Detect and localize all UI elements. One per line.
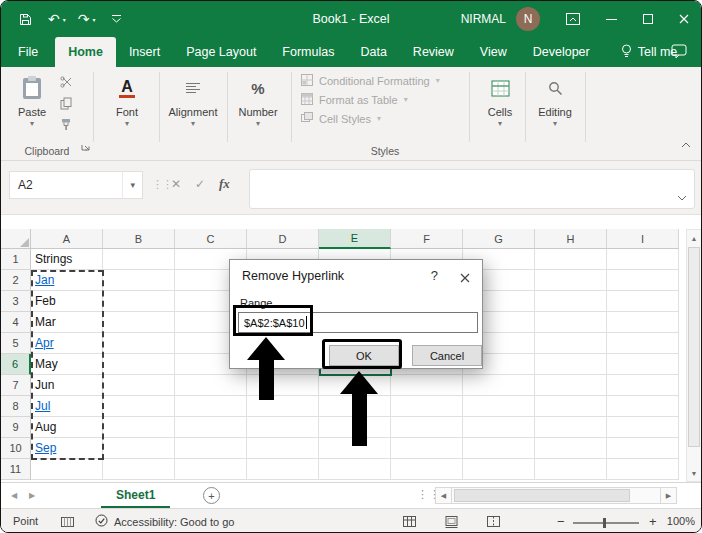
cell-A5[interactable]: Apr xyxy=(31,333,103,354)
cell-A7[interactable]: Jun xyxy=(31,375,103,396)
cell[interactable] xyxy=(535,270,607,291)
cell-A10[interactable]: Sep xyxy=(31,438,103,459)
cell[interactable] xyxy=(103,249,175,270)
macro-record-icon[interactable] xyxy=(61,517,74,529)
copy-icon[interactable] xyxy=(57,96,75,110)
column-header-G[interactable]: G xyxy=(463,229,535,249)
format-as-table-button[interactable]: Format as Table ▾ xyxy=(301,90,469,109)
cell[interactable] xyxy=(535,291,607,312)
tab-page-layout[interactable]: Page Layout xyxy=(173,37,269,67)
cell[interactable] xyxy=(463,417,535,438)
vertical-scrollbar-thumb[interactable] xyxy=(688,247,700,447)
row-header-10[interactable]: 10 xyxy=(1,438,31,459)
cell[interactable] xyxy=(175,438,247,459)
cell[interactable] xyxy=(391,438,463,459)
cell[interactable] xyxy=(463,375,535,396)
dialog-help-button[interactable]: ? xyxy=(431,268,438,283)
column-header-A[interactable]: A xyxy=(31,229,103,249)
cell-A11[interactable] xyxy=(31,459,103,480)
tell-me[interactable]: Tell me xyxy=(621,37,678,67)
format-painter-icon[interactable] xyxy=(57,117,75,131)
cell[interactable] xyxy=(535,375,607,396)
cell[interactable] xyxy=(103,333,175,354)
row-header-5[interactable]: 5 xyxy=(1,333,31,354)
cell[interactable] xyxy=(103,438,175,459)
tab-view[interactable]: View xyxy=(467,37,520,67)
cell[interactable] xyxy=(535,249,607,270)
cell[interactable] xyxy=(319,459,391,480)
formula-bar-drag-handle[interactable]: ⋮⋮ xyxy=(152,178,172,191)
minimize-icon[interactable] xyxy=(606,19,617,20)
formula-input[interactable] xyxy=(249,169,695,209)
editing-group-button[interactable]: Editing ▾ xyxy=(529,72,581,146)
cell-A2[interactable]: Jan xyxy=(31,270,103,291)
cell-A8[interactable]: Jul xyxy=(31,396,103,417)
horizontal-scrollbar-track[interactable] xyxy=(452,487,660,504)
cell[interactable] xyxy=(607,291,679,312)
page-break-preview-icon[interactable] xyxy=(487,516,500,529)
cell[interactable] xyxy=(391,459,463,480)
save-icon[interactable] xyxy=(19,13,32,26)
scroll-right-icon[interactable]: ▶ xyxy=(660,487,677,504)
tab-home[interactable]: Home xyxy=(55,37,116,67)
cell-A9[interactable]: Aug xyxy=(31,417,103,438)
sheet-nav-right-icon[interactable]: ▶ xyxy=(29,483,35,508)
close-icon[interactable] xyxy=(679,14,689,24)
cell[interactable] xyxy=(535,333,607,354)
name-box-dropdown-icon[interactable]: ▾ xyxy=(122,172,142,198)
cell[interactable] xyxy=(535,396,607,417)
paste-button[interactable]: Paste ▾ xyxy=(9,72,55,146)
cell[interactable] xyxy=(535,312,607,333)
tab-insert[interactable]: Insert xyxy=(116,37,173,67)
column-header-B[interactable]: B xyxy=(103,229,175,249)
tab-data[interactable]: Data xyxy=(347,37,399,67)
row-header-2[interactable]: 2 xyxy=(1,270,31,291)
ribbon-display-options-icon[interactable] xyxy=(566,13,580,25)
user-name[interactable]: NIRMAL xyxy=(461,12,506,26)
horizontal-scrollbar-thumb[interactable] xyxy=(454,489,630,502)
column-header-F[interactable]: F xyxy=(391,229,463,249)
page-layout-view-icon[interactable] xyxy=(445,516,458,530)
cell[interactable] xyxy=(535,417,607,438)
cell[interactable] xyxy=(247,438,319,459)
cell[interactable] xyxy=(247,459,319,480)
row-header-4[interactable]: 4 xyxy=(1,312,31,333)
cell[interactable] xyxy=(391,417,463,438)
cell-A1[interactable]: Strings xyxy=(31,249,103,270)
cell[interactable] xyxy=(607,417,679,438)
tab-file[interactable]: File xyxy=(1,37,55,67)
clipboard-dialog-launcher-icon[interactable] xyxy=(81,137,90,155)
scroll-left-icon[interactable]: ◀ xyxy=(435,487,452,504)
cell[interactable] xyxy=(103,312,175,333)
row-header-1[interactable]: 1 xyxy=(1,249,31,270)
sheet-nav-left-icon[interactable]: ◀ xyxy=(11,483,17,508)
cell-A3[interactable]: Feb xyxy=(31,291,103,312)
collapse-ribbon-icon[interactable] xyxy=(681,134,691,152)
horizontal-scrollbar[interactable]: ◀ ▶ xyxy=(435,487,677,504)
row-header-3[interactable]: 3 xyxy=(1,291,31,312)
cell[interactable] xyxy=(607,312,679,333)
cell[interactable] xyxy=(103,417,175,438)
tab-review[interactable]: Review xyxy=(400,37,467,67)
cell[interactable] xyxy=(103,459,175,480)
new-sheet-button[interactable]: + xyxy=(203,487,220,504)
cut-icon[interactable] xyxy=(57,75,75,89)
cell[interactable] xyxy=(247,417,319,438)
expand-formula-bar-icon[interactable] xyxy=(677,187,687,205)
alignment-group-button[interactable]: Alignment ▾ xyxy=(165,72,221,146)
zoom-slider[interactable] xyxy=(573,522,639,524)
maximize-icon[interactable] xyxy=(643,14,653,24)
cell[interactable] xyxy=(607,333,679,354)
cell[interactable] xyxy=(463,438,535,459)
cell-A4[interactable]: Mar xyxy=(31,312,103,333)
cell[interactable] xyxy=(175,375,247,396)
undo-icon[interactable]: ↶ xyxy=(48,12,60,26)
cell-styles-button[interactable]: Cell Styles ▾ xyxy=(301,109,469,128)
zoom-out-button[interactable]: − xyxy=(557,514,565,529)
row-header-7[interactable]: 7 xyxy=(1,375,31,396)
cell[interactable] xyxy=(175,396,247,417)
row-header-9[interactable]: 9 xyxy=(1,417,31,438)
formula-enter-icon[interactable]: ✓ xyxy=(195,177,205,191)
comment-icon[interactable] xyxy=(671,44,687,62)
cell[interactable] xyxy=(607,249,679,270)
